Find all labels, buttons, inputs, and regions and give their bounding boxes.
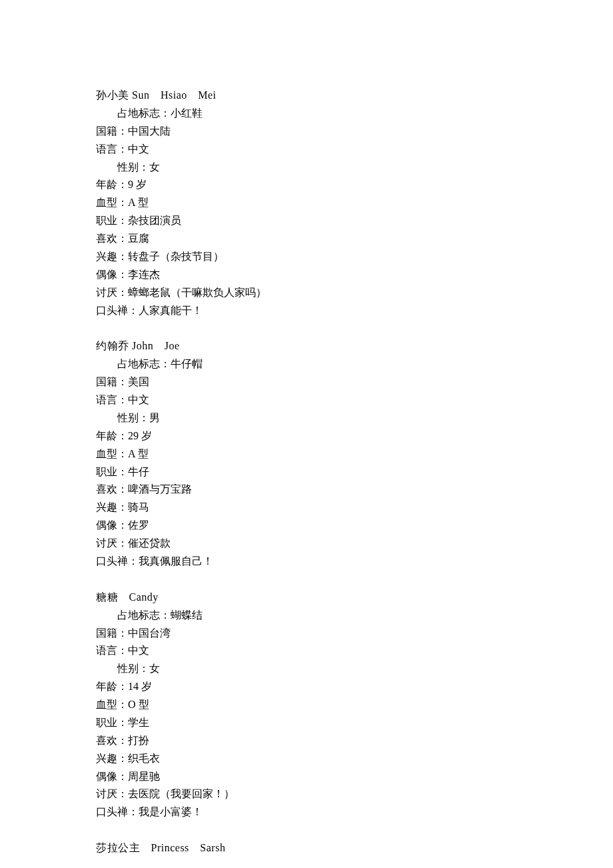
character-title: 糖糖 Candy [96,589,613,607]
field-label: 语言： [96,143,128,155]
field-label: 喜欢： [96,735,128,746]
field-value: 牛仔 [128,466,149,477]
field-value: 转盘子（杂技节目） [128,251,224,262]
language-field: 语言：中文 [96,391,613,409]
hobby-field: 兴趣：骑马 [96,499,613,517]
character-block: 约翰乔 John Joe 占地标志：牛仔帽 国籍：美国 语言：中文 性别：男 年… [96,337,613,570]
field-value: 周星驰 [128,771,160,782]
field-value: O 型 [128,699,149,710]
idol-field: 偶像：周星驰 [96,768,613,786]
field-label: 占地标志： [117,358,171,369]
field-value: 14 岁 [128,681,152,692]
field-label: 口头禅： [96,305,139,316]
field-value: 牛仔帽 [171,358,203,369]
field-label: 偶像： [96,771,128,782]
bloodtype-field: 血型：A 型 [96,445,613,463]
field-label: 占地标志： [117,107,171,119]
field-label: 职业： [96,466,128,477]
marker-field: 占地标志：小红鞋 [96,105,613,123]
catchphrase-field: 口头禅：我是小富婆！ [96,803,613,821]
catchphrase-field: 口头禅：我真佩服自己！ [96,553,613,571]
field-value: A 型 [128,448,149,459]
field-value: 中文 [128,645,149,656]
likes-field: 喜欢：打扮 [96,732,613,750]
field-value: 豆腐 [128,233,149,244]
marker-field: 占地标志：蝴蝶结 [96,607,613,625]
dislikes-field: 讨厌：蟑螂老鼠（干嘛欺负人家吗） [96,284,613,302]
field-value: 女 [149,663,160,674]
field-value: 9 岁 [128,179,147,190]
field-value: 骑马 [128,501,149,513]
field-value: 中文 [128,143,149,155]
bloodtype-field: 血型：O 型 [96,696,613,714]
marker-field: 占地标志：牛仔帽 [96,355,613,373]
field-value: A 型 [128,197,149,208]
field-value: 李连杰 [128,269,160,280]
field-label: 偶像： [96,269,128,280]
field-value: 蝴蝶结 [171,609,203,621]
field-label: 讨厌： [96,537,128,549]
idol-field: 偶像：佐罗 [96,517,613,535]
field-label: 兴趣： [96,753,128,764]
field-label: 年龄： [96,179,128,190]
age-field: 年龄：29 岁 [96,427,613,445]
hobby-field: 兴趣：转盘子（杂技节目） [96,248,613,266]
language-field: 语言：中文 [96,141,613,159]
field-label: 偶像： [96,519,128,531]
field-value: 女 [149,161,160,173]
dislikes-field: 讨厌：去医院（我要回家！） [96,785,613,803]
character-name: 莎拉公主 [96,842,140,853]
nationality-field: 国籍：美国 [96,373,613,391]
field-value: 中文 [128,394,149,405]
character-name: 糖糖 [96,591,118,603]
field-label: 兴趣： [96,251,128,262]
field-value: 我真佩服自己！ [139,555,213,567]
field-label: 口头禅： [96,806,139,817]
field-label: 性别： [117,161,149,173]
field-value: 小红鞋 [171,107,203,119]
age-field: 年龄：14 岁 [96,678,613,696]
field-value: 杂技团演员 [128,215,181,226]
gender-field: 性别：女 [96,660,613,678]
field-value: 啤酒与万宝路 [128,483,192,495]
field-value: 去医院（我要回家！） [128,788,235,799]
field-value: 织毛衣 [128,753,160,764]
likes-field: 喜欢：啤酒与万宝路 [96,481,613,499]
field-value: 中国台湾 [128,627,171,639]
character-title: 约翰乔 John Joe [96,337,613,355]
field-label: 占地标志： [117,609,171,621]
field-label: 讨厌： [96,287,128,298]
field-label: 喜欢： [96,233,128,244]
field-value: 学生 [128,717,149,728]
field-label: 年龄： [96,681,128,692]
character-block: 孙小美 Sun Hsiao Mei 占地标志：小红鞋 国籍：中国大陆 语言：中文… [96,87,613,319]
field-label: 性别： [117,412,149,423]
field-label: 血型： [96,699,128,710]
field-value: 蟑螂老鼠（干嘛欺负人家吗） [128,287,267,298]
gender-field: 性别：女 [96,159,613,177]
age-field: 年龄：9 岁 [96,176,613,194]
field-value: 中国大陆 [128,125,171,137]
character-title: 孙小美 Sun Hsiao Mei [96,87,613,105]
field-value: 我是小富婆！ [139,806,203,817]
likes-field: 喜欢：豆腐 [96,230,613,248]
field-label: 性别： [117,663,149,674]
character-name: 孙小美 [96,89,129,101]
character-alias: Sun Hsiao Mei [132,89,217,101]
occupation-field: 职业：牛仔 [96,463,613,481]
field-value: 佐罗 [128,519,149,531]
field-value: 人家真能干！ [139,305,203,316]
field-label: 讨厌： [96,788,128,799]
character-block: 糖糖 Candy 占地标志：蝴蝶结 国籍：中国台湾 语言：中文 性别：女 年龄：… [96,589,613,821]
character-alias: Princess Sarsh [140,842,225,853]
field-label: 职业： [96,717,128,728]
field-value: 29 岁 [128,430,152,441]
nationality-field: 国籍：中国台湾 [96,625,613,643]
document-page: 孙小美 Sun Hsiao Mei 占地标志：小红鞋 国籍：中国大陆 语言：中文… [0,0,613,868]
catchphrase-field: 口头禅：人家真能干！ [96,302,613,320]
field-label: 国籍： [96,376,128,387]
field-label: 语言： [96,394,128,405]
character-name: 约翰乔 [96,340,129,351]
dislikes-field: 讨厌：催还贷款 [96,535,613,553]
field-value: 男 [149,412,160,423]
